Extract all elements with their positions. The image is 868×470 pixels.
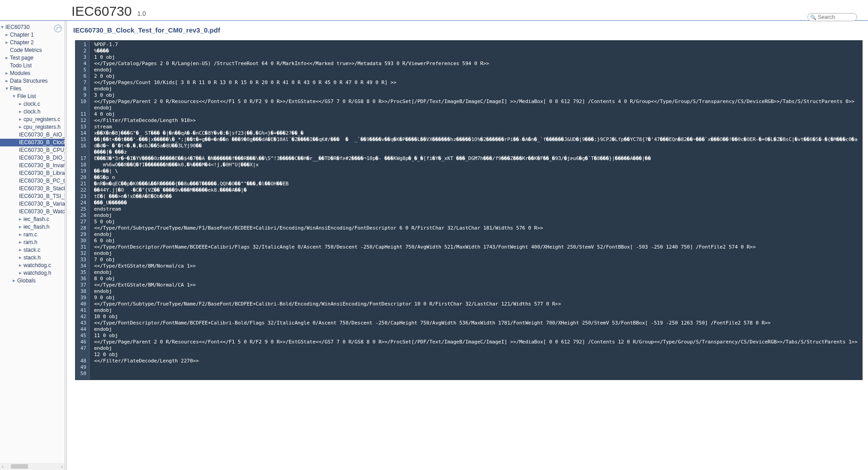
search-area: 🔍	[807, 13, 857, 21]
project-version: 1.0	[137, 10, 146, 17]
search-icon: 🔍	[810, 14, 816, 20]
header: IEC60730 1.0 🔍	[0, 0, 868, 20]
project-name: IEC60730	[71, 4, 132, 19]
